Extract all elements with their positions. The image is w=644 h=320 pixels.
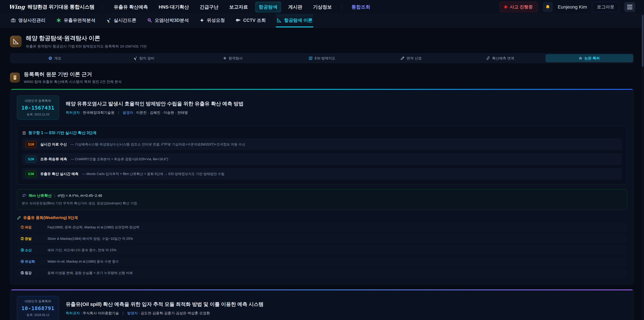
vertical-scrollbar[interactable] xyxy=(641,14,644,320)
nav-item-board[interactable]: 게시판 xyxy=(284,2,306,13)
hamburger-menu-button[interactable] xyxy=(624,2,635,12)
tab-image-photo-management[interactable]: 영상사진관리 xyxy=(10,14,46,27)
notifications-button[interactable] xyxy=(543,2,553,12)
triangle-ruler-icon xyxy=(276,18,282,23)
pill-remote-sensing[interactable]: ✈ 원격탐사 xyxy=(189,54,276,62)
patent-meta: 특허권자 : 주식회사 아라종합기술 | 발명자 : 김도연·김용혁·김충기·김… xyxy=(66,311,264,315)
tab-realtime-drone[interactable]: 실시간드론 xyxy=(106,14,137,27)
page-header: 해양 항공탐색·원격탐사 이론 유출유 원격탐지·항공감시 기법·ESI 방제정… xyxy=(10,34,634,49)
nav-item-weather-info[interactable]: 기상정보 xyxy=(310,2,336,13)
user-name: Eunjeong Kim xyxy=(558,4,587,10)
tab-oil-area-analysis[interactable]: 유출유면적분석 xyxy=(56,14,96,27)
tab-satellite-request[interactable]: 위성요청 xyxy=(199,14,226,27)
registration-date: 등록: 2015.11.03 xyxy=(22,112,54,116)
triangle-ruler-icon xyxy=(10,36,22,47)
camera-icon xyxy=(11,18,16,23)
pencil-icon xyxy=(400,56,404,60)
pencil-icon xyxy=(17,216,21,220)
page-title: 해양 항공탐색·원격탐사 이론 xyxy=(26,34,147,42)
weathering-row: ① 퍼짐 Fay(1969): 중력-관성력, Mackay et al.(19… xyxy=(17,223,627,232)
scrollbar-thumb[interactable] xyxy=(642,15,644,67)
nav-item-oil-spill-forecast[interactable]: 유출유 확산예측 xyxy=(110,2,152,13)
app-logo[interactable]: Wing 해양환경 위기대응 통합시스템 xyxy=(9,4,94,11)
green-asterisk-icon xyxy=(56,18,61,23)
red-dot-icon xyxy=(504,6,507,8)
patent-card-1567431: 대한민국 등록특허 10-1567431 등록: 2015.11.03 해양 유… xyxy=(10,89,634,284)
cctv-icon xyxy=(236,18,241,23)
fbm-formula: σ²(t) = A·t^m, m=0.45~2.46 xyxy=(58,193,102,198)
bell-icon xyxy=(545,4,550,10)
pill-overview[interactable]: 개요 xyxy=(11,54,98,62)
section-header: 등록특허 원문 기반 이론 근거 WING 탑재 유출유 확산예측 시스템의 특… xyxy=(10,71,634,84)
page-content: 해양 항공탐색·원격탐사 이론 유출유 원격탐지·항공감시 기법·ESI 방제정… xyxy=(0,28,644,320)
link-icon xyxy=(486,56,490,60)
section-title: 등록특허 원문 기반 이론 근거 xyxy=(24,71,122,78)
map-icon xyxy=(308,56,312,60)
pill-papers-patents[interactable]: 논문·특허 xyxy=(546,54,633,62)
patent-number: 10-1868791 xyxy=(22,305,54,311)
weathering-section: 유출유 풍화(Weathering) 5단계 ① 퍼짐 Fay(1969): 중… xyxy=(17,215,627,277)
documents-icon xyxy=(579,56,582,60)
nav-item-reports[interactable]: 보고자료 xyxy=(226,2,252,13)
page-subtitle: 유출유 원격탐지·항공감시 기법·ESI 방제정보지도·등록특허 10-1567… xyxy=(26,44,147,49)
weathering-row: ③ 소산 쇄파 기인, 파도에너지·풍속 함수, 전체 약 15% xyxy=(17,246,627,254)
nav-item-hns-air-diffusion[interactable]: HNS·대기확산 xyxy=(155,2,192,13)
patent-card-1868791: 대한민국 등록특허 10-1868791 등록: 2018.06.12 유출유(… xyxy=(10,289,634,320)
logout-button[interactable]: 로그아웃 xyxy=(592,2,619,12)
incident-status-badge: 사고 진행중 xyxy=(500,2,538,12)
claim-step-s30: S30 유출유 확산 실시간 예측 — Monte Carlo 입자추적 + f… xyxy=(22,168,622,180)
patent-title: 유출유(Oil spill) 확산 예측을 위한 입자 추적 모듈 최적화 방법… xyxy=(66,301,264,308)
top-bar: Wing 해양환경 위기대응 통합시스템 유출유 확산예측 HNS·대기확산 긴… xyxy=(0,0,644,14)
section-subtitle: WING 탑재 유출유 확산예측 시스템의 특허 원전 2건 전체 분석 xyxy=(24,79,122,84)
nav-item-aerial-search[interactable]: 항공탐색 xyxy=(255,2,281,13)
document-icon xyxy=(22,131,26,135)
globe-icon xyxy=(48,56,52,60)
patent-number-badge: 대한민국 등록특허 10-1868791 등록: 2018.06.12 xyxy=(17,296,59,320)
spiral-icon xyxy=(22,193,26,198)
weathering-row: ② 증발 Stiver & Mackay(1984) 해석적 방법, 수일~10… xyxy=(17,234,627,243)
pill-esi-map[interactable]: ESI 방제지도 xyxy=(278,54,366,62)
nav-item-emergency-rescue[interactable]: 긴급구난 xyxy=(196,2,222,13)
claim-step-s20: S20 조류·취송류 예측 — CHARRY모델 조화분석 + 취송류 경험식(… xyxy=(22,153,622,165)
claim-1-box: 청구항 1 — ESI 기반 실시간 확산 3단계 S10 실시간 자료 수신 … xyxy=(17,126,627,185)
main-nav: 유출유 확산예측 HNS·대기확산 긴급구난 보고자료 항공탐색 게시판 기상정… xyxy=(110,2,374,13)
claim-step-s10: S10 실시간 자료 수신 — 기상예측시스템·위성영상수신시스템·검조소 인터… xyxy=(22,138,622,150)
tab-aerial-search-theory[interactable]: 항공탐색 이론 xyxy=(276,14,313,27)
pill-area-calculation[interactable]: 면적 산정 xyxy=(368,54,455,62)
sparkle-icon xyxy=(200,18,204,23)
topbar-right-cluster: 사고 진행중 Eunjeong Kim 로그아웃 xyxy=(500,2,635,12)
scroll-icon xyxy=(10,73,20,82)
pill-detection-equipment[interactable]: 탐지 장비 xyxy=(100,54,188,62)
registration-date: 등록: 2018.06.12 xyxy=(22,313,54,317)
claim-title: 청구항 1 — ESI 기반 실시간 확산 3단계 xyxy=(28,130,96,135)
airplane-icon: ✈ xyxy=(223,56,226,60)
magnifier-icon xyxy=(147,18,152,23)
nav-item-integrated-search[interactable]: 통합조회 xyxy=(348,2,374,13)
incident-status-label: 사고 진행중 xyxy=(510,4,533,10)
weathering-row: ④ 유상화 Water-in-oil, Mackay et al.(1980) … xyxy=(17,257,627,266)
pill-diffusion-forecast-link[interactable]: 확산예측 연계 xyxy=(456,54,544,62)
hamburger-icon xyxy=(627,5,632,6)
sub-tab-bar: 영상사진관리 유출유면적분석 실시간드론 오염/선박3D분석 위성요청 CCTV… xyxy=(0,14,644,28)
patent-number-badge: 대한민국 등록특허 10-1567431 등록: 2015.11.03 xyxy=(17,96,59,120)
satellite-dish-icon xyxy=(133,56,137,60)
tab-pollution-ship-3d[interactable]: 오염/선박3D분석 xyxy=(146,14,190,27)
satellite-dish-icon xyxy=(106,18,111,23)
theory-section-nav: 개요 탐지 장비 ✈ 원격탐사 ESI 방제지도 면적 산정 xyxy=(10,53,634,63)
divider xyxy=(342,3,342,11)
app-title: 해양환경 위기대응 통합시스템 xyxy=(28,4,94,11)
patent-number: 10-1567431 xyxy=(22,105,54,111)
weathering-title: 유출유 풍화(Weathering) 5단계 xyxy=(23,215,78,220)
fbm-diffusion-box: fBm 난류확산 | σ²(t) = A·t^m, m=0.45~2.46 분수… xyxy=(17,189,627,210)
tab-cctv-view[interactable]: CCTV 조회 xyxy=(235,14,266,27)
logo-wing-mark: Wing xyxy=(9,4,25,10)
weathering-row: ⑤ 침강 용해·미생물 분해, 질량 손실률 = 초기 누유량에 선형 비례 xyxy=(17,268,627,277)
patent-meta: 특허권자 : 한국해양과학기술원 | 발명자 : 이문진 · 김혜진 · 이승현… xyxy=(66,110,244,115)
patent-title: 해양 유류오염사고 발생시 효율적인 방제방안 수립을 위한 유출유 확산 예측… xyxy=(66,100,244,107)
